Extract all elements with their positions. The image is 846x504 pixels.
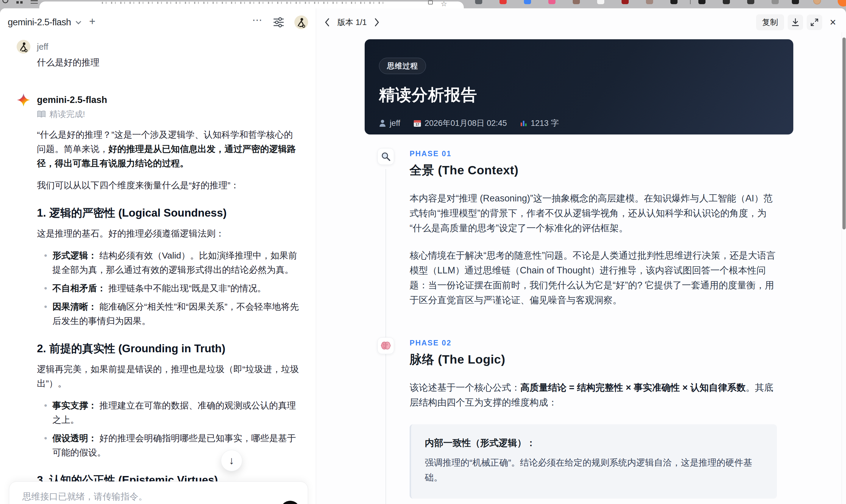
calendar-icon: 17 [413,119,421,127]
toolbar-divider [690,0,691,4]
report-author: jeff [379,119,400,128]
message-input[interactable]: 思维接口已就绪，请传输指令。 [22,491,295,503]
phase-label: PHASE 01 [410,149,777,158]
bullet-list: 事实支撑：推理建立在可靠的数据、准确的观测或公认的真理之上。 假设透明：好的推理… [37,398,301,460]
bullet-list: 形式逻辑：结构必须有效（Valid）。比如演绎推理中，如果前提全部为真，那么通过… [37,248,301,328]
extension-icon[interactable] [772,0,779,4]
report-type-badge: 思维过程 [379,58,426,74]
extension-icon[interactable] [646,0,653,4]
artifact-toolbar: 版本 1/1 复制 [316,13,840,32]
new-chat-button[interactable]: + [89,16,95,29]
browser-corner-icon [838,0,846,6]
extension-icon[interactable] [573,0,580,4]
extension-icon[interactable] [475,0,482,4]
list-item: 假设透明：好的推理会明确指明哪些是已知事实，哪些是基于可能的假设。 [37,431,301,460]
address-bar[interactable]: ☆ [39,1,464,8]
phase-paragraph: 核心情境在于解决“思考的随意性”问题。不论是人类通过批判性思维进行决策，还是大语… [410,248,777,308]
extension-icon[interactable] [698,0,705,4]
version-navigator: 版本 1/1 [321,16,383,28]
assistant-markdown: “什么是好的推理？”这是一个涉及逻辑学、认知科学和哲学核心的问题。简单来说，好的… [37,128,301,504]
app-sheet: gemini-2.5-flash + ⋯ [0,8,846,504]
report-meta: jeff 17 2026年01月08日 0 [379,118,779,128]
person-icon [379,119,386,127]
scrollbar-thumb[interactable] [842,37,846,229]
artifact-actions: 复制 [756,14,840,30]
user-message: jeff 什么是好的推理 [17,40,301,69]
next-version-button[interactable] [371,16,383,28]
browser-apps-icon[interactable] [16,0,23,4]
chat-panel: gemini-2.5-flash + ⋯ [0,8,316,504]
card-text: 强调推理的“机械正确”。结论必须在给定的规则系统内逻辑自洽，这是推理的硬件基础。 [425,455,763,485]
browser-toolbar: ☆ [0,0,846,8]
list-item: 事实支撑：推理建立在可靠的数据、准确的观测或公认的真理之上。 [37,398,301,427]
extension-icon[interactable] [670,0,677,4]
arrow-down-icon: ↓ [229,454,234,467]
book-icon [37,110,46,118]
report-date: 17 2026年01月08日 02:45 [413,118,507,128]
list-item: 形式逻辑：结构必须有效（Valid）。比如演绎推理中，如果前提全部为真，那么通过… [37,248,301,277]
message-author: jeff [37,40,301,54]
composer: 思维接口已就绪，请传输指令。 + [9,481,308,504]
report-word-count: 1213 字 [520,118,559,128]
reader-mode-icon[interactable] [428,0,433,4]
report-hero-card: 思维过程 精读分析报告 jeff [365,39,793,134]
extension-icon[interactable] [499,0,507,4]
chat-header: gemini-2.5-flash + ⋯ [0,13,316,32]
bar-chart-icon [520,120,527,127]
extension-icon[interactable] [597,0,604,4]
section-heading: 2. 前提的真实性 (Grounding in Truth) [37,342,301,356]
extension-icon[interactable] [524,0,531,4]
bookmark-star-icon[interactable]: ☆ [441,0,447,8]
phase-paragraph: 本内容是对“推理 (Reasoning)”这一抽象概念的高层建模。在知识爆炸与人… [410,191,777,236]
report-scroll-area[interactable]: 思维过程 精读分析报告 jeff [316,32,842,504]
logic-card: 内部一致性（形式逻辑）： 强调推理的“机械正确”。结论必须在给定的规则系统内逻辑… [410,424,777,499]
section-lead: 这是推理的基石。好的推理必须遵循逻辑法则： [37,227,301,241]
version-label: 版本 1/1 [337,17,367,28]
extension-icon[interactable] [792,0,799,4]
assistant-message: gemini-2.5-flash 精读完成! “什么是好的推 [17,93,301,504]
user-avatar [17,40,30,54]
phase-title: 全景 (The Context) [410,162,777,179]
phase-title: 脉络 (The Logic) [410,352,777,368]
chat-scroll-area[interactable]: jeff 什么是好的推理 [0,36,316,504]
phase-label: PHASE 02 [410,339,777,347]
phase-section: PHASE 02 脉络 (The Logic) 该论述基于一个核心公式：高质量结… [377,337,794,504]
extension-icon[interactable] [747,0,754,4]
scrollbar-track[interactable] [842,32,846,504]
chevron-down-icon[interactable] [76,19,81,24]
section-heading: 1. 逻辑的严密性 (Logical Soundness) [37,206,301,220]
report-phases: PHASE 01 全景 (The Context) 本内容是对“推理 (Reas… [377,148,794,504]
user-avatar[interactable] [295,16,308,29]
intro-paragraph: “什么是好的推理？”这是一个涉及逻辑学、认知科学和哲学核心的问题。简单来说，好的… [37,128,301,170]
previous-version-button[interactable] [321,16,333,28]
download-button[interactable] [788,15,803,30]
phase-section: PHASE 01 全景 (The Context) 本内容是对“推理 (Reas… [377,148,794,308]
message-text: 什么是好的推理 [37,56,301,69]
model-selector[interactable]: gemini-2.5-flash [8,17,71,28]
copy-button[interactable]: 复制 [756,14,784,30]
gemini-logo-icon [17,93,30,504]
svg-text:17: 17 [415,123,419,126]
phase-paragraph: 该论述基于一个核心公式：高质量结论 = 结构完整性 × 事实准确性 × 认知自律… [410,380,777,410]
extension-icon[interactable] [548,0,556,4]
assistant-name: gemini-2.5-flash [37,93,301,107]
scroll-to-bottom-button[interactable]: ↓ [221,450,242,471]
list-item: 因果清晰：能准确区分“相关性”和“因果关系”，不会轻率地将先后发生的事情归为因果… [37,300,301,328]
extension-icon[interactable] [621,0,629,4]
card-title: 内部一致性（形式逻辑）： [425,437,763,449]
magnifier-icon [377,148,394,165]
overview-paragraph: 我们可以从以下四个维度来衡量什么是“好的推理”： [37,178,301,193]
more-options-button[interactable]: ⋯ [252,18,263,26]
close-button[interactable]: × [826,15,840,30]
assistant-status: 精读完成! [37,109,301,120]
extension-icon[interactable] [723,0,730,4]
section-lead: 逻辑再完美，如果前提是错误的，推理也是垃圾（即“垃圾进，垃圾出”）。 [37,362,301,391]
browser-reload-icon[interactable] [2,0,8,3]
app-window: ☆ gemini-2.5-flash + ⋯ [0,0,846,504]
browser-profile-avatar[interactable] [813,0,821,4]
settings-sliders-icon[interactable] [273,17,284,28]
fullscreen-button[interactable] [807,15,822,30]
brain-icon [377,337,394,354]
browser-menu-icon[interactable] [31,0,38,4]
list-item: 不自相矛盾：推理链条中不能出现“既是又非”的情况。 [37,281,301,295]
